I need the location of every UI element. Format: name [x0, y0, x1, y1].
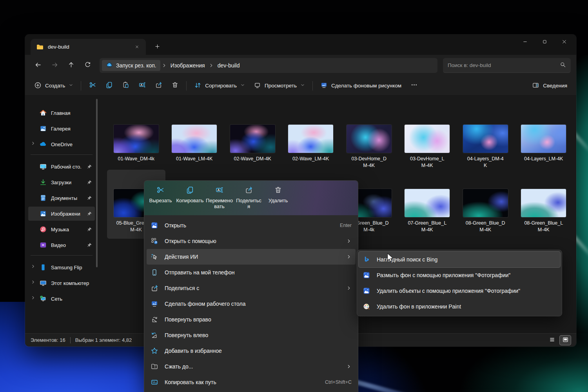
- close-button[interactable]: [554, 34, 574, 50]
- file-thumbnail: [463, 189, 508, 217]
- sidebar-scrollbar[interactable]: [96, 99, 98, 267]
- submenu-item-label: Наглядный поиск с Bing: [377, 256, 556, 263]
- desktop-icon: [39, 163, 47, 171]
- folder-icon: [36, 43, 44, 51]
- submenu-item[interactable]: Удалить фон в приложении Paint: [359, 299, 560, 314]
- file-tile[interactable]: 03-DevHome_DM-4K: [340, 105, 398, 170]
- tab-dev-build[interactable]: dev-build: [31, 39, 146, 55]
- context-menu-item[interactable]: Открыть с помощью: [147, 233, 356, 249]
- context-menu-item[interactable]: Сжать до...: [147, 359, 356, 374]
- breadcrumb-root[interactable]: Запуск рез. коп.: [102, 60, 160, 71]
- submenu-item-label: Размыть фон с помощью приложения "Фотогр…: [377, 272, 556, 278]
- file-tile[interactable]: 03-DevHome_LM-4K: [398, 105, 457, 170]
- new-tab-button[interactable]: [151, 42, 163, 53]
- minimize-button[interactable]: [515, 34, 535, 50]
- item-count: Элементов: 16: [31, 337, 65, 343]
- more-options-button[interactable]: [406, 79, 422, 93]
- sidebar-item[interactable]: Рабочий сто.: [28, 160, 95, 174]
- chevron-expand-icon[interactable]: [31, 279, 38, 287]
- breadcrumb-current[interactable]: dev-build: [214, 61, 243, 70]
- context-menu-item[interactable]: Повернуть влево: [147, 327, 356, 343]
- file-tile[interactable]: 08-Green_Blue_LM-4K: [515, 170, 573, 239]
- sidebar-item[interactable]: Изображени: [28, 207, 95, 221]
- file-tile[interactable]: 01-Wave_DM-4k: [107, 105, 165, 170]
- details-view-button[interactable]: [546, 336, 557, 345]
- rename-button[interactable]: [134, 79, 150, 93]
- context-command-button[interactable]: Вырезать: [146, 183, 175, 215]
- details-pane-button[interactable]: Сведения: [528, 79, 572, 93]
- sidebar-item[interactable]: Загрузки: [28, 175, 95, 189]
- file-tile[interactable]: 01-Wave_LM-4K: [165, 105, 224, 170]
- large-icons-view-button[interactable]: [560, 336, 571, 345]
- file-tile[interactable]: 07-Green_Blue_LM-4K: [398, 170, 457, 239]
- back-button[interactable]: [31, 59, 45, 72]
- sidebar-item-label: Загрузки: [51, 180, 87, 185]
- sidebar-item[interactable]: Музыка: [28, 222, 95, 236]
- forward-button[interactable]: [47, 59, 62, 72]
- music-icon: [39, 225, 47, 233]
- up-button[interactable]: [64, 59, 78, 72]
- refresh-button[interactable]: [80, 59, 95, 72]
- context-menu-item[interactable]: Отправить на мой телефон: [147, 265, 356, 280]
- file-tile[interactable]: 04-Layers_LM-4K: [515, 105, 573, 170]
- sidebar-separator: [31, 154, 93, 155]
- chevron-expand-icon[interactable]: [31, 264, 38, 271]
- context-menu-item[interactable]: Сделать фоном рабочего стола: [147, 296, 356, 312]
- paste-button[interactable]: [117, 79, 134, 93]
- submenu-item-label: Удалить объекты с помощью приложения "Фо…: [377, 288, 556, 294]
- sidebar-item[interactable]: Галерея: [28, 122, 95, 136]
- breadcrumb-pictures[interactable]: Изображения: [167, 61, 208, 70]
- context-menu-item[interactable]: Открыть Enter: [147, 218, 356, 233]
- file-tile[interactable]: 02-Wave_DM-4K: [223, 105, 282, 170]
- context-command-button[interactable]: Поделиться: [234, 183, 263, 215]
- cut-button[interactable]: [84, 79, 101, 93]
- chevron-right-icon: [346, 285, 352, 291]
- context-menu-item[interactable]: Копировать как путь Ctrl+Shift+C: [147, 374, 356, 390]
- new-button[interactable]: Создать: [30, 79, 78, 93]
- context-menu-item[interactable]: Поделиться с: [147, 280, 356, 296]
- computer-icon: [39, 279, 47, 287]
- file-tile[interactable]: 02-Wave_LM-4K: [282, 105, 340, 170]
- bing-icon: [363, 256, 370, 263]
- sidebar-item-label: Документы: [51, 195, 87, 201]
- copy-button[interactable]: [101, 79, 117, 93]
- sidebar-item[interactable]: Сеть: [28, 292, 95, 306]
- tab-close-icon[interactable]: [132, 42, 142, 52]
- chevron-expand-icon[interactable]: [31, 141, 38, 148]
- chevron-expand-icon[interactable]: [31, 295, 38, 302]
- sort-button[interactable]: Сортировать: [190, 79, 249, 93]
- set-wallpaper-button[interactable]: Сделать фоновым рисунком: [316, 79, 406, 93]
- sidebar-item[interactable]: Главная: [28, 106, 95, 120]
- context-menu-item[interactable]: Действия ИИ: [147, 249, 356, 265]
- share-button[interactable]: [150, 79, 167, 93]
- view-button[interactable]: Просмотреть: [249, 79, 309, 93]
- sidebar-item[interactable]: Видео: [28, 238, 95, 252]
- sidebar-item[interactable]: OneDrive: [28, 137, 95, 151]
- file-tile[interactable]: 08-Green_Blue_DM-4K: [456, 170, 515, 239]
- chevron-right-icon: [346, 254, 352, 260]
- context-menu-item-label: Поделиться с: [165, 285, 341, 291]
- details-icon: [532, 82, 539, 90]
- gallery-icon: [39, 125, 47, 132]
- context-menu-item[interactable]: Повернуть вправо: [147, 312, 356, 327]
- details-pane-label: Сведения: [543, 83, 567, 89]
- search-input[interactable]: Поиск в: dev-build: [443, 58, 571, 73]
- breadcrumb[interactable]: Запуск рез. коп. Изображения dev-build: [100, 58, 437, 73]
- sidebar-item-label: Сеть: [51, 296, 93, 302]
- maximize-button[interactable]: [535, 34, 554, 50]
- submenu-item[interactable]: Удалить объекты с помощью приложения "Фо…: [359, 283, 560, 299]
- delete-button[interactable]: [167, 79, 183, 93]
- context-command-button[interactable]: Переименовать: [205, 183, 234, 215]
- submenu-item[interactable]: Размыть фон с помощью приложения "Фотогр…: [359, 267, 560, 283]
- context-command-button[interactable]: Удалить: [263, 183, 293, 215]
- open-with-icon: [151, 237, 158, 245]
- sidebar-item[interactable]: Этот компьютер: [28, 276, 95, 290]
- sidebar-item[interactable]: Документы: [28, 191, 95, 205]
- file-thumbnail: [521, 189, 566, 217]
- sidebar-item-label: Рабочий сто.: [51, 164, 87, 170]
- context-command-button[interactable]: Копировать: [175, 183, 205, 215]
- file-tile[interactable]: 04-Layers_DM-4K: [456, 105, 515, 170]
- context-menu-item[interactable]: Добавить в избранное: [147, 343, 356, 359]
- context-command-label: Копировать: [176, 198, 204, 203]
- sidebar-item[interactable]: Samsung Flip: [28, 260, 95, 274]
